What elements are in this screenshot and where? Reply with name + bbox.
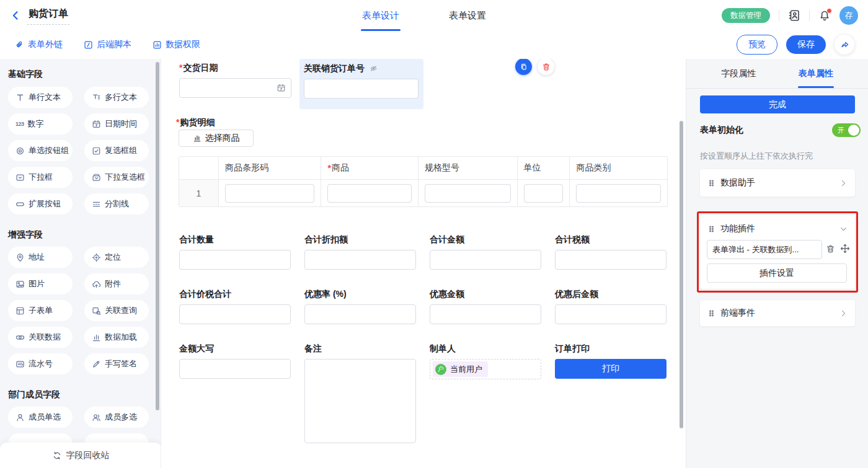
unit-input[interactable] — [524, 184, 564, 203]
category-input[interactable] — [576, 184, 661, 203]
field-delivery-date[interactable]: *交货日期 — [179, 62, 291, 98]
field-pill-link-data[interactable]: 关联数据 — [8, 327, 73, 348]
field-remark[interactable]: 备注 — [304, 343, 416, 443]
field-pill-attachment[interactable]: 附件 — [84, 273, 149, 294]
backend-script-link[interactable]: 后端脚本 — [84, 39, 131, 50]
function-plugin-row[interactable]: 功能插件 — [700, 215, 855, 239]
delete-field-button[interactable] — [538, 59, 554, 75]
field-amount-words[interactable]: 金额大写 — [179, 343, 291, 379]
field-pill-checkbox-group[interactable]: 复选框组 — [84, 140, 149, 161]
drag-handle-icon[interactable] — [707, 225, 715, 233]
field-pill-image[interactable]: 图片 — [8, 273, 73, 294]
detail-table: 商品条形码 *商品 规格型号 单位 商品类别 1 — [179, 156, 668, 207]
drag-handle-icon[interactable] — [707, 309, 715, 317]
field-pill-signature[interactable]: 手写签名 — [84, 353, 149, 374]
total-qty-input[interactable] — [179, 250, 291, 270]
field-related-order-selected[interactable]: 关联销货订单号 — [299, 59, 423, 109]
serial-icon — [16, 360, 25, 369]
tab-form-settings[interactable]: 表单设置 — [446, 0, 489, 31]
field-pill-address[interactable]: 地址 — [8, 247, 73, 268]
field-pill-location[interactable]: 定位 — [84, 247, 149, 268]
field-recycle-bin[interactable]: 字段回收站 — [0, 443, 161, 468]
field-discount-amount[interactable]: 优惠金额 — [430, 288, 541, 324]
print-button[interactable]: 打印 — [555, 359, 666, 379]
preview-button[interactable]: 预览 — [737, 35, 777, 55]
total-amount-input[interactable] — [430, 250, 541, 270]
front-event-row[interactable]: 前端事件 — [700, 300, 855, 326]
field-pill-data-load[interactable]: 数据加载 — [84, 327, 149, 348]
discount-amount-input[interactable] — [430, 304, 541, 324]
field-pill-multiselect[interactable]: 下拉复选框 — [84, 167, 149, 188]
move-icon[interactable] — [840, 244, 850, 254]
data-manage-button[interactable]: 数据管理 — [722, 8, 770, 23]
copy-field-button[interactable] — [515, 59, 532, 75]
field-pill-serial[interactable]: 流水号 — [8, 353, 73, 374]
tab-form-props[interactable]: 表单属性 — [777, 59, 855, 88]
sidebar-scrollbar[interactable] — [156, 62, 159, 410]
form-init-toggle[interactable]: 开 — [832, 123, 861, 137]
field-pill-single-text[interactable]: 单行文本 — [8, 87, 73, 108]
field-pill-select[interactable]: 下拉框 — [8, 167, 73, 188]
field-total-discount[interactable]: 合计折扣额 — [304, 234, 416, 270]
discount-rate-input[interactable] — [304, 304, 416, 324]
delivery-date-input[interactable] — [179, 78, 291, 98]
field-pill-link-query[interactable]: 关联查询 — [84, 300, 149, 321]
field-after-discount[interactable]: 优惠后金额 — [555, 288, 666, 324]
total-tax-input[interactable] — [555, 250, 666, 270]
field-pill-member-single[interactable]: 成员单选 — [8, 407, 73, 428]
plugin-select[interactable]: 表单弹出 - 关联数据到... — [707, 240, 822, 259]
trash-icon[interactable] — [826, 244, 835, 254]
pin-icon — [16, 253, 25, 262]
calendar-icon — [92, 120, 101, 129]
user-icon — [16, 413, 25, 422]
calendar-icon — [277, 84, 286, 93]
tab-field-props[interactable]: 字段属性 — [700, 59, 777, 88]
done-button[interactable]: 完成 — [700, 95, 855, 113]
textarea-icon — [92, 93, 101, 102]
select-product-button[interactable]: 选择商品 — [179, 130, 254, 147]
field-total-qty[interactable]: 合计数量 — [179, 234, 291, 270]
field-total-tax[interactable]: 合计税额 — [555, 234, 666, 270]
chevron-down-icon — [839, 225, 848, 233]
bell-icon[interactable] — [818, 9, 831, 22]
form-title-wrap[interactable]: 购货订单 — [27, 6, 69, 25]
field-pill-number[interactable]: 123数字 — [8, 113, 73, 135]
related-order-input[interactable] — [304, 79, 418, 99]
field-total-with-tax[interactable]: 合计价税合计 — [179, 288, 291, 324]
save-button[interactable]: 保存 — [786, 35, 826, 54]
data-permission-link[interactable]: 数据权限 — [153, 39, 200, 50]
product-input[interactable] — [327, 184, 412, 203]
field-pill-member-multi[interactable]: 成员多选 — [84, 407, 149, 428]
col-barcode: 商品条形码 — [219, 157, 322, 179]
field-pill-subform[interactable]: 子表单 — [8, 300, 73, 321]
field-total-amount[interactable]: 合计金额 — [430, 234, 541, 270]
data-helper-row[interactable]: 数据助手 — [700, 169, 855, 196]
spec-input[interactable] — [425, 184, 511, 203]
form-external-link[interactable]: 表单外链 — [15, 39, 63, 50]
target-icon — [92, 253, 101, 262]
avatar[interactable]: 存 — [839, 6, 858, 25]
plugin-settings-button[interactable]: 插件设置 — [707, 263, 847, 283]
field-pill-datetime[interactable]: 日期时间 — [84, 113, 149, 135]
back-icon[interactable] — [10, 10, 21, 21]
remark-textarea[interactable] — [304, 359, 416, 443]
amount-words-input[interactable] — [179, 359, 291, 379]
field-pill-ext-button[interactable]: 扩展按钮 — [8, 193, 73, 214]
select-icon — [16, 173, 25, 182]
barcode-input[interactable] — [225, 184, 315, 203]
field-creator[interactable]: 制单人 户 当前用户 — [430, 343, 541, 379]
total-discount-input[interactable] — [304, 250, 416, 270]
field-pill-divider[interactable]: 分割线 — [84, 193, 149, 214]
drag-handle-icon[interactable] — [707, 179, 715, 187]
field-order-print[interactable]: 订单打印 打印 — [555, 343, 666, 379]
addressbook-icon[interactable] — [788, 9, 800, 22]
field-pill-multi-text[interactable]: 多行文本 — [84, 87, 149, 108]
field-discount-rate[interactable]: 优惠率 (%) — [304, 288, 416, 324]
total-with-tax-input[interactable] — [179, 304, 291, 324]
field-pill-radio-group[interactable]: 单选按钮组 — [8, 140, 73, 161]
after-discount-input[interactable] — [555, 304, 666, 324]
creator-value-box[interactable]: 户 当前用户 — [430, 359, 541, 379]
share-button[interactable] — [835, 35, 854, 55]
tab-form-design[interactable]: 表单设计 — [360, 0, 402, 31]
canvas-scrollbar[interactable] — [680, 121, 683, 428]
